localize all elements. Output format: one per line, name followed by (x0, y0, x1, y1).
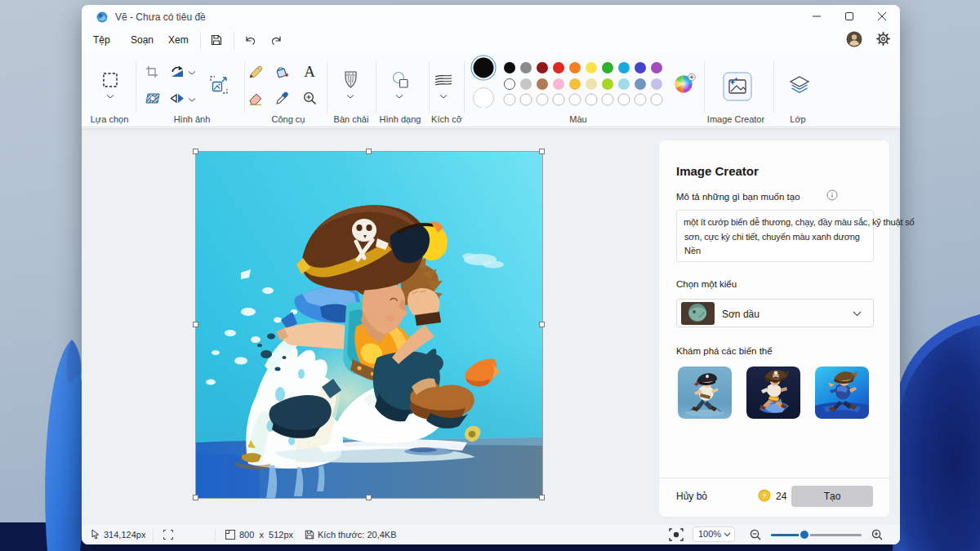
svg-text:A: A (304, 64, 315, 79)
